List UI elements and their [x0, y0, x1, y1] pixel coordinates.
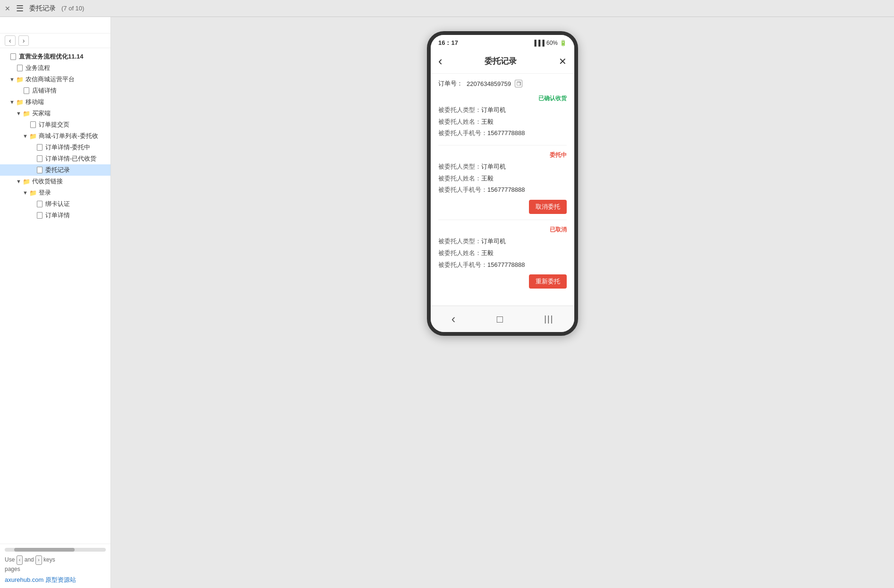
folder-icon: 📁 — [29, 189, 37, 196]
copy-icon[interactable]: ❐ — [515, 80, 522, 87]
sidebar-tree-item-7[interactable]: 订单提交页 — [0, 119, 111, 130]
field-label: 被委托人类型： — [438, 106, 481, 113]
page-icon — [16, 64, 24, 72]
sidebar-tree-item-11[interactable]: 委托记录 — [0, 164, 111, 176]
order-number-value: 2207634859759 — [467, 80, 511, 87]
field-value: 15677778888 — [487, 186, 525, 193]
field-label: 被委托人类型： — [438, 163, 481, 170]
status-badge-2: 委托中 — [550, 151, 567, 159]
nav-next-button[interactable]: › — [18, 35, 29, 46]
hint-keys: keys — [43, 556, 55, 563]
sidebar-tree-item-10[interactable]: 订单详情-已代收货 — [0, 153, 111, 164]
record-field: 被委托人手机号：15677778888 — [438, 259, 567, 271]
tree-label-9: 订单详情-委托中 — [45, 143, 90, 152]
hint-prev-key: ‹ — [17, 555, 23, 565]
sidebar-tree-item-14[interactable]: 绑卡认证 — [0, 198, 111, 210]
record-info-1: 被委托人类型：订单司机被委托人姓名：王毅被委托人手机号：15677778888 — [438, 104, 567, 139]
tree-toggle-3[interactable]: ▼ — [9, 77, 16, 82]
top-bar-title: 委托记录 — [29, 4, 56, 13]
field-value: 15677778888 — [487, 261, 525, 268]
phone-nav-home-button[interactable]: □ — [497, 313, 503, 325]
page-icon — [36, 212, 43, 219]
field-value: 订单司机 — [481, 238, 506, 245]
field-label: 被委托人姓名： — [438, 175, 481, 182]
tree-label-2: 业务流程 — [26, 64, 50, 72]
horizontal-scrollbar[interactable] — [5, 548, 106, 552]
tree-toggle-5[interactable]: ▼ — [9, 99, 16, 105]
tree-label-11: 委托记录 — [45, 166, 70, 174]
sidebar-search-area — [0, 17, 111, 34]
field-label: 被委托人手机号： — [438, 261, 487, 268]
action-button-3[interactable]: 重新委托 — [529, 274, 567, 289]
hint-next-key: › — [35, 555, 42, 565]
sidebar-tree-item-13[interactable]: ▼📁登录 — [0, 187, 111, 198]
record-field: 被委托人姓名：王毅 — [438, 173, 567, 185]
status-time: 16：17 — [438, 39, 458, 47]
record-block-3: 已取消被委托人类型：订单司机被委托人姓名：王毅被委托人手机号：156777788… — [438, 226, 567, 294]
tree-toggle-8[interactable]: ▼ — [23, 133, 29, 139]
tree-label-8: 商城-订单列表-委托收 — [39, 132, 98, 140]
tree-toggle-12[interactable]: ▼ — [16, 179, 23, 184]
sidebar-tree-item-1[interactable]: 直营业务流程优化11.14 — [0, 51, 111, 62]
tree-toggle-6[interactable]: ▼ — [16, 111, 23, 116]
field-label: 被委托人手机号： — [438, 186, 487, 193]
sidebar-tree-item-12[interactable]: ▼📁代收货链接 — [0, 176, 111, 187]
field-value: 15677778888 — [487, 129, 525, 136]
phone-status-bar: 16：17 ▐▐▐ 60% 🔋 — [431, 35, 574, 49]
field-value: 订单司机 — [481, 163, 506, 170]
phone-nav-recent-button[interactable]: ||| — [544, 314, 553, 324]
hint-and: and — [25, 556, 34, 563]
status-icons: ▐▐▐ 60% 🔋 — [532, 40, 567, 46]
record-block-1: 已确认收货被委托人类型：订单司机被委托人姓名：王毅被委托人手机号：1567777… — [438, 94, 567, 145]
page-icon — [36, 155, 43, 162]
sidebar-tree-item-4[interactable]: 店铺详情 — [0, 85, 111, 96]
page-icon — [36, 144, 43, 151]
page-icon — [29, 121, 37, 128]
tree-label-14: 绑卡认证 — [45, 200, 70, 208]
record-field: 被委托人类型：订单司机 — [438, 104, 567, 116]
main-layout: ‹ › 直营业务流程优化11.14业务流程▼📁农信商城运营平台店铺详情▼📁移动端… — [0, 17, 894, 588]
record-info-3: 被委托人类型：订单司机被委托人姓名：王毅被委托人手机号：15677778888 — [438, 236, 567, 271]
field-value: 王毅 — [481, 118, 494, 125]
folder-icon: 📁 — [16, 98, 24, 106]
sidebar-tree-item-9[interactable]: 订单详情-委托中 — [0, 142, 111, 153]
phone-header: ‹ 委托记录 ✕ — [431, 49, 574, 74]
sidebar-tree-item-6[interactable]: ▼📁买家端 — [0, 108, 111, 119]
signal-icon: ▐▐▐ — [532, 40, 545, 46]
field-value: 王毅 — [481, 175, 494, 182]
record-field: 被委托人姓名：王毅 — [438, 247, 567, 259]
tree-label-13: 登录 — [39, 188, 51, 197]
sidebar-tree-item-3[interactable]: ▼📁农信商城运营平台 — [0, 74, 111, 85]
phone-back-button[interactable]: ‹ — [438, 54, 443, 68]
phone-bottom-bar: ‹ □ ||| — [431, 306, 574, 332]
sidebar-tree-item-5[interactable]: ▼📁移动端 — [0, 96, 111, 108]
page-icon — [36, 200, 43, 208]
battery-icon: 🔋 — [560, 40, 567, 46]
record-block-2: 委托中被委托人类型：订单司机被委托人姓名：王毅被委托人手机号：156777788… — [438, 151, 567, 220]
hint-pages: pages — [5, 566, 20, 572]
records-container: 已确认收货被委托人类型：订单司机被委托人姓名：王毅被委托人手机号：1567777… — [438, 94, 567, 294]
record-action-2: 取消委托 — [438, 200, 567, 214]
sidebar-tree-item-8[interactable]: ▼📁商城-订单列表-委托收 — [0, 130, 111, 142]
phone-close-button[interactable]: ✕ — [559, 56, 567, 67]
nav-prev-button[interactable]: ‹ — [5, 35, 16, 46]
folder-icon: 📁 — [29, 132, 37, 140]
search-input[interactable] — [5, 22, 106, 29]
tree-toggle-13[interactable]: ▼ — [23, 190, 29, 196]
tree-label-6: 买家端 — [32, 109, 51, 118]
record-field: 被委托人手机号：15677778888 — [438, 128, 567, 139]
sidebar-tree-item-2[interactable]: 业务流程 — [0, 62, 111, 74]
battery-pct: 60% — [546, 40, 558, 46]
phone-title: 委托记录 — [485, 56, 517, 67]
field-label: 被委托人手机号： — [438, 129, 487, 136]
sidebar-bottom: Use ‹ and › keys pages axurehub.com 原型资源… — [0, 544, 111, 588]
menu-icon[interactable]: ☰ — [16, 3, 24, 14]
folder-icon: 📁 — [16, 76, 24, 83]
phone-nav-back-button[interactable]: ‹ — [451, 312, 456, 326]
close-icon[interactable]: ✕ — [5, 5, 10, 12]
action-button-2[interactable]: 取消委托 — [529, 200, 567, 214]
record-field: 被委托人类型：订单司机 — [438, 236, 567, 247]
sidebar-tree-item-15[interactable]: 订单详情 — [0, 210, 111, 221]
tree-label-15: 订单详情 — [45, 211, 70, 220]
watermark: axurehub.com 原型资源站 — [5, 576, 106, 584]
